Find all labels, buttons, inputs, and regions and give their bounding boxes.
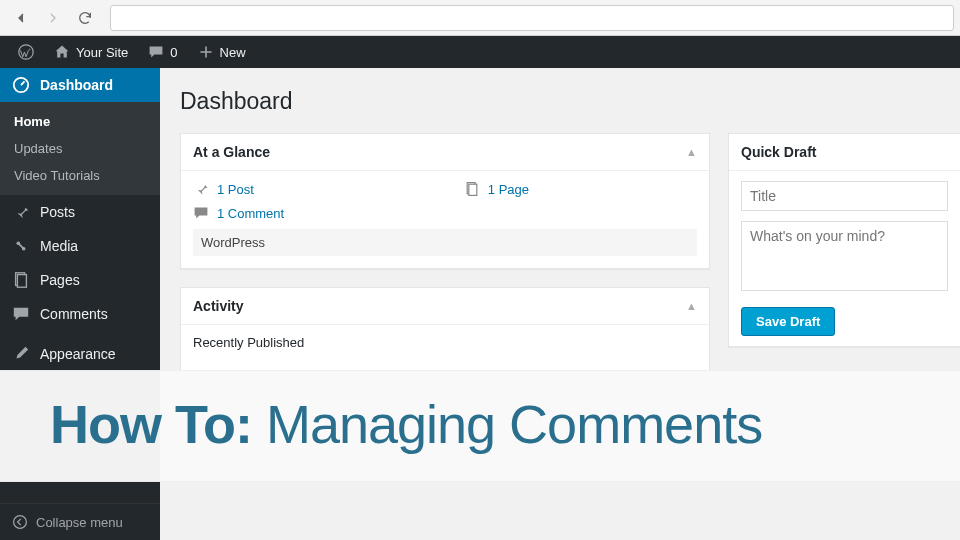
- submenu-updates[interactable]: Updates: [0, 135, 160, 162]
- plus-icon: [198, 44, 214, 60]
- dashboard-submenu: Home Updates Video Tutorials: [0, 102, 160, 195]
- menu-media[interactable]: Media: [0, 229, 160, 263]
- menu-label: Media: [40, 238, 78, 254]
- quick-draft-box: Quick Draft Save Draft: [728, 133, 960, 347]
- glance-comments-text: 1 Comment: [217, 206, 284, 221]
- media-icon: [12, 237, 30, 255]
- url-input[interactable]: [110, 5, 954, 31]
- wp-version: WordPress: [193, 229, 697, 256]
- menu-posts[interactable]: Posts: [0, 195, 160, 229]
- page-title: Dashboard: [180, 88, 960, 115]
- overlay-prefix: How To:: [50, 394, 252, 454]
- wordpress-logo-icon: [18, 44, 34, 60]
- glance-posts-text: 1 Post: [217, 182, 254, 197]
- comments-count: 0: [170, 45, 177, 60]
- wp-logo-menu[interactable]: [8, 36, 44, 68]
- save-draft-button[interactable]: Save Draft: [741, 307, 835, 336]
- menu-label: Pages: [40, 272, 80, 288]
- menu-dashboard[interactable]: Dashboard: [0, 68, 160, 102]
- box-title: Activity: [193, 298, 244, 314]
- new-content-link[interactable]: New: [188, 36, 256, 68]
- submenu-tutorials[interactable]: Video Tutorials: [0, 162, 160, 189]
- overlay-rest: Managing Comments: [252, 394, 762, 454]
- menu-label: Dashboard: [40, 77, 113, 93]
- activity-recently: Recently Published: [193, 335, 697, 350]
- glance-comments-link[interactable]: 1 Comment: [193, 205, 284, 221]
- comments-link[interactable]: 0: [138, 36, 187, 68]
- brush-icon: [12, 345, 30, 363]
- comment-icon: [12, 305, 30, 323]
- svg-rect-8: [469, 184, 477, 195]
- comment-icon: [148, 44, 164, 60]
- menu-label: Comments: [40, 306, 108, 322]
- toggle-icon: ▲: [686, 146, 697, 158]
- box-title: At a Glance: [193, 144, 270, 160]
- toggle-icon: ▲: [686, 300, 697, 312]
- collapse-menu[interactable]: Collapse menu: [0, 503, 160, 540]
- site-name: Your Site: [76, 45, 128, 60]
- glance-posts-link[interactable]: 1 Post: [193, 181, 254, 197]
- wp-adminbar: Your Site 0 New: [0, 36, 960, 68]
- at-a-glance-box: At a Glance ▲ 1 Post 1 Page: [180, 133, 710, 269]
- draft-content-textarea[interactable]: [741, 221, 948, 291]
- menu-appearance[interactable]: Appearance: [0, 337, 160, 371]
- at-a-glance-header[interactable]: At a Glance ▲: [181, 134, 709, 171]
- browser-toolbar: [0, 0, 960, 36]
- menu-comments[interactable]: Comments: [0, 297, 160, 331]
- activity-header[interactable]: Activity ▲: [181, 288, 709, 325]
- site-name-link[interactable]: Your Site: [44, 36, 138, 68]
- pages-icon: [464, 181, 480, 197]
- dashboard-icon: [12, 76, 30, 94]
- collapse-icon: [12, 514, 28, 530]
- new-label: New: [220, 45, 246, 60]
- home-icon: [54, 44, 70, 60]
- tutorial-title-overlay: How To: Managing Comments: [0, 370, 960, 482]
- menu-label: Posts: [40, 204, 75, 220]
- box-title: Quick Draft: [741, 144, 816, 160]
- reload-button[interactable]: [70, 4, 100, 32]
- collapse-label: Collapse menu: [36, 515, 123, 530]
- menu-pages[interactable]: Pages: [0, 263, 160, 297]
- submenu-home[interactable]: Home: [0, 108, 160, 135]
- glance-pages-link[interactable]: 1 Page: [464, 181, 529, 197]
- draft-title-input[interactable]: [741, 181, 948, 211]
- svg-point-6: [14, 516, 27, 529]
- pin-icon: [12, 203, 30, 221]
- svg-rect-5: [17, 275, 26, 288]
- back-button[interactable]: [6, 4, 36, 32]
- glance-pages-text: 1 Page: [488, 182, 529, 197]
- menu-label: Appearance: [40, 346, 116, 362]
- forward-button[interactable]: [38, 4, 68, 32]
- comment-icon: [193, 205, 209, 221]
- quick-draft-header[interactable]: Quick Draft: [729, 134, 960, 171]
- pages-icon: [12, 271, 30, 289]
- pin-icon: [193, 181, 209, 197]
